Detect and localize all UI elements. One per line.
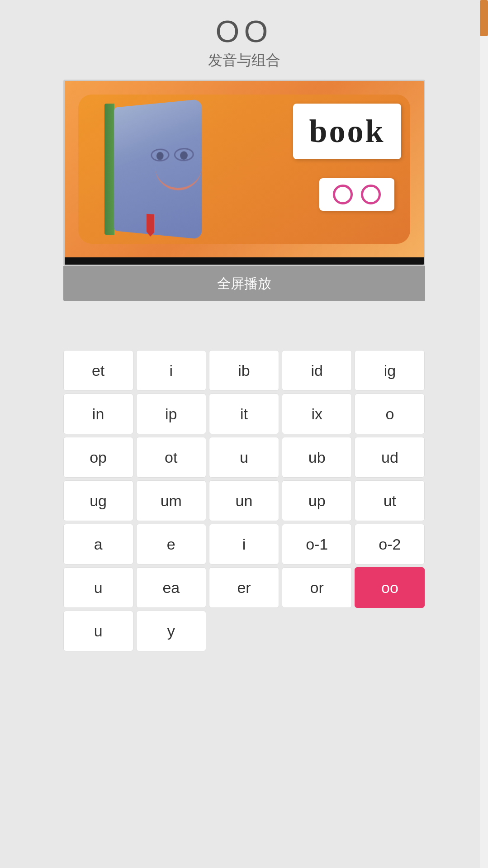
phonics-btn-empty — [209, 611, 279, 651]
phonics-grid: etiibidiginipitixoopotuubudugumunuputaei… — [63, 307, 425, 660]
oo-circle-1 — [333, 185, 353, 204]
phonics-btn-empty — [282, 611, 352, 651]
video-progress-bar — [65, 257, 424, 265]
fullscreen-label: 全屏播放 — [217, 275, 271, 293]
phonics-btn-un[interactable]: un — [209, 480, 279, 521]
oo-circle-2 — [361, 185, 381, 204]
phonics-btn-empty — [209, 307, 279, 347]
phonics-btn-o-2[interactable]: o-2 — [355, 524, 425, 564]
phonics-btn-up[interactable]: up — [282, 480, 352, 521]
phonics-btn-u[interactable]: u — [63, 567, 133, 608]
phonics-btn-i[interactable]: i — [136, 350, 206, 391]
phonics-btn-ig[interactable]: ig — [355, 350, 425, 391]
phonics-btn-ix[interactable]: ix — [282, 394, 352, 434]
book-character — [92, 90, 218, 248]
phonics-btn-er[interactable]: er — [209, 567, 279, 608]
phonics-btn-i[interactable]: i — [209, 524, 279, 564]
phonics-btn-ub[interactable]: ub — [282, 437, 352, 478]
phonics-btn-et[interactable]: et — [63, 350, 133, 391]
phonics-btn-id[interactable]: id — [282, 350, 352, 391]
header: OO 发音与组合 — [0, 0, 488, 75]
video-container: book — [63, 80, 425, 266]
eye-right — [174, 147, 194, 161]
phonics-btn-empty — [63, 307, 133, 347]
phonics-btn-y[interactable]: y — [136, 611, 206, 651]
phonics-btn-a[interactable]: a — [63, 524, 133, 564]
page-subtitle: 发音与组合 — [0, 51, 488, 71]
phonics-btn-o[interactable]: o — [355, 394, 425, 434]
phonics-btn-ug[interactable]: ug — [63, 480, 133, 521]
phonics-btn-empty — [136, 307, 206, 347]
page-title: OO — [0, 14, 488, 49]
book-spine — [104, 104, 114, 235]
phonics-btn-op[interactable]: op — [63, 437, 133, 478]
phonics-btn-or[interactable]: or — [282, 567, 352, 608]
bookmark — [146, 214, 154, 237]
word-card-text: book — [309, 113, 385, 149]
scrollbar-thumb[interactable] — [480, 0, 488, 36]
phonics-btn-ib[interactable]: ib — [209, 350, 279, 391]
phonics-btn-u[interactable]: u — [63, 611, 133, 651]
phonics-btn-oo[interactable]: oo — [355, 567, 425, 608]
phonics-btn-empty — [355, 611, 425, 651]
phonics-btn-in[interactable]: in — [63, 394, 133, 434]
pupil-left — [156, 152, 163, 160]
eye-left — [151, 148, 169, 161]
phonics-btn-u[interactable]: u — [209, 437, 279, 478]
phonics-btn-ut[interactable]: ut — [355, 480, 425, 521]
phonics-btn-o-1[interactable]: o-1 — [282, 524, 352, 564]
book-face — [146, 138, 212, 206]
phonics-btn-it[interactable]: it — [209, 394, 279, 434]
scrollbar[interactable] — [480, 0, 488, 868]
book-smile — [155, 167, 202, 191]
phonics-btn-e[interactable]: e — [136, 524, 206, 564]
phonics-btn-ot[interactable]: ot — [136, 437, 206, 478]
video-thumbnail[interactable]: book — [65, 81, 424, 257]
fullscreen-button[interactable]: 全屏播放 — [63, 266, 425, 301]
phonics-btn-ip[interactable]: ip — [136, 394, 206, 434]
pupil-right — [180, 151, 188, 160]
phonics-btn-empty — [282, 307, 352, 347]
phonics-btn-empty — [355, 307, 425, 347]
phonics-btn-ud[interactable]: ud — [355, 437, 425, 478]
book-body — [114, 99, 202, 239]
oo-card — [319, 178, 394, 211]
phonics-btn-um[interactable]: um — [136, 480, 206, 521]
word-card: book — [293, 104, 401, 159]
phonics-btn-ea[interactable]: ea — [136, 567, 206, 608]
